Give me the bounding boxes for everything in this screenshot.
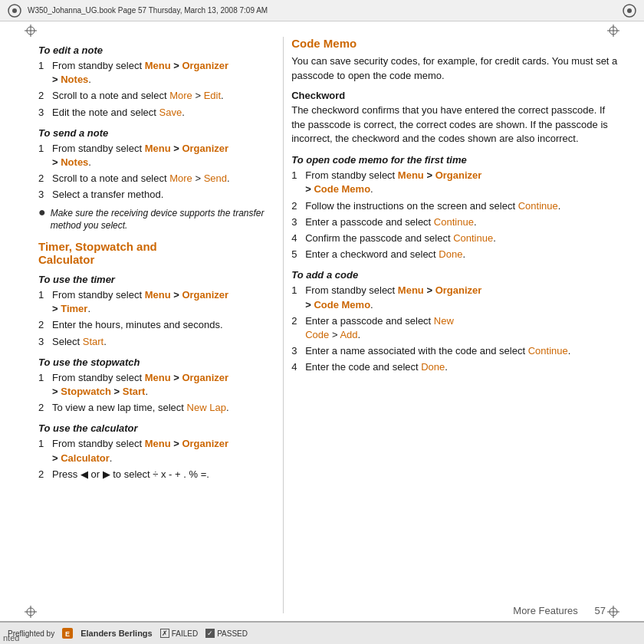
open-step-3: 3 Enter a passcode and select Continue. <box>291 215 621 229</box>
send-step-1: 1 From standby select Menu > Organizer> … <box>38 142 268 169</box>
add-step-1: 1 From standby select Menu > Organizer> … <box>291 284 621 311</box>
calculator-steps: 1 From standby select Menu > Organizer> … <box>38 437 268 481</box>
preflight-failed-label: FAILED <box>172 629 198 638</box>
preflight-bar: Preflighted by E Elanders Berlings ✗ FAI… <box>0 621 644 644</box>
left-column: To edit a note 1 From standby select Men… <box>38 37 283 613</box>
timer-heading: To use the timer <box>38 274 268 285</box>
stopwatch-step-2: 2 To view a new lap time, select New Lap… <box>38 401 268 415</box>
checkword-text: The checkword confirms that you have ent… <box>291 104 621 147</box>
edit-note-section: To edit a note 1 From standby select Men… <box>38 44 268 120</box>
add-step-3: 3 Enter a name associated with the code … <box>291 344 621 358</box>
code-memo-section: Code Memo You can save security codes, f… <box>291 37 621 374</box>
preflight-passed-label: PASSED <box>217 629 248 638</box>
header-right-logo-icon <box>623 4 636 18</box>
send-note-steps: 1 From standby select Menu > Organizer> … <box>38 142 268 202</box>
header-book-info: W350_Johanna_UG.book Page 57 Thursday, M… <box>28 6 268 15</box>
checkword-section: Checkword The checkword confirms that yo… <box>291 90 621 147</box>
note-block: ● Make sure the receiving device support… <box>38 207 268 233</box>
header-bar: W350_Johanna_UG.book Page 57 Thursday, M… <box>0 0 644 21</box>
edit-step-3: 3 Edit the note and select Save. <box>38 106 268 120</box>
edit-step-1: 1 From standby select Menu > Organizer> … <box>38 59 268 87</box>
preflight-passed-item: ✓ PASSED <box>205 629 248 638</box>
timer-step-1: 1 From standby select Menu > Organizer> … <box>38 288 268 316</box>
send-step-2: 2 Scroll to a note and select More > Sen… <box>38 172 268 186</box>
code-memo-heading: Code Memo <box>291 37 621 50</box>
timer-section: To use the timer 1 From standby select M… <box>38 274 268 349</box>
stopwatch-steps: 1 From standby select Menu > Organizer> … <box>38 371 268 416</box>
preflight-failed-checkbox: ✗ <box>160 629 169 638</box>
right-column: Code Memo You can save security codes, f… <box>283 37 621 613</box>
timer-step-2: 2 Enter the hours, minutes and seconds. <box>38 318 268 332</box>
svg-point-15 <box>627 8 632 13</box>
stopwatch-section: To use the stopwatch 1 From standby sele… <box>38 356 268 416</box>
send-note-section: To send a note 1 From standby select Men… <box>38 127 268 202</box>
add-code-steps: 1 From standby select Menu > Organizer> … <box>291 284 621 374</box>
bottom-left-text: nted <box>0 632 22 644</box>
stopwatch-heading: To use the stopwatch <box>38 356 268 368</box>
open-step-2: 2 Follow the instructions on the screen … <box>291 199 621 213</box>
header-left: W350_Johanna_UG.book Page 57 Thursday, M… <box>8 4 268 18</box>
add-step-2: 2 Enter a passcode and select NewCode > … <box>291 314 621 342</box>
preflight-failed-item: ✗ FAILED <box>160 629 198 638</box>
edit-step-2: 2 Scroll to a note and select More > Edi… <box>38 89 268 103</box>
open-first-heading: To open code memo for the first time <box>291 154 621 166</box>
open-first-steps: 1 From standby select Menu > Organizer> … <box>291 169 621 261</box>
preflight-company: Elanders Berlings <box>80 629 153 638</box>
footer-text: More Features 57 <box>513 605 606 616</box>
preflight-passed-checkbox: ✓ <box>205 629 215 638</box>
main-content: To edit a note 1 From standby select Men… <box>0 21 644 621</box>
code-memo-intro: You can save security codes, for example… <box>291 54 621 84</box>
calculator-heading: To use the calculator <box>38 422 268 434</box>
header-logo-icon <box>8 4 21 18</box>
timer-steps: 1 From standby select Menu > Organizer> … <box>38 288 268 349</box>
add-code-heading: To add a code <box>291 269 621 281</box>
note-text: Make sure the receiving device supports … <box>51 207 268 233</box>
timer-step-3: 3 Select Start. <box>38 335 268 349</box>
page-footer: More Features 57 <box>0 605 613 616</box>
stopwatch-step-1: 1 From standby select Menu > Organizer> … <box>38 371 268 399</box>
preflight-logo-icon: E <box>62 628 73 639</box>
calc-step-2: 2 Press ◀ or ▶ to select ÷ x - + . % =. <box>38 468 268 481</box>
calc-step-1: 1 From standby select Menu > Organizer> … <box>38 437 268 465</box>
note-bullet-icon: ● <box>38 205 46 219</box>
svg-point-13 <box>12 8 17 13</box>
checkword-heading: Checkword <box>291 90 621 101</box>
header-right <box>623 4 636 18</box>
open-first-time-section: To open code memo for the first time 1 F… <box>291 154 621 261</box>
send-step-3: 3 Select a transfer method. <box>38 188 268 202</box>
open-step-4: 4 Confirm the passcode and select Contin… <box>291 232 621 245</box>
open-step-1: 1 From standby select Menu > Organizer> … <box>291 169 621 196</box>
timer-section-heading: Timer, Stopwatch andCalculator <box>38 240 268 266</box>
add-code-section: To add a code 1 From standby select Menu… <box>291 269 621 374</box>
edit-note-steps: 1 From standby select Menu > Organizer> … <box>38 59 268 120</box>
svg-text:E: E <box>65 630 70 638</box>
edit-note-heading: To edit a note <box>38 44 268 56</box>
open-step-5: 5 Enter a checkword and select Done. <box>291 248 621 261</box>
send-note-heading: To send a note <box>38 127 268 139</box>
calculator-section: To use the calculator 1 From standby sel… <box>38 422 268 481</box>
add-step-4: 4 Enter the code and select Done. <box>291 360 621 374</box>
